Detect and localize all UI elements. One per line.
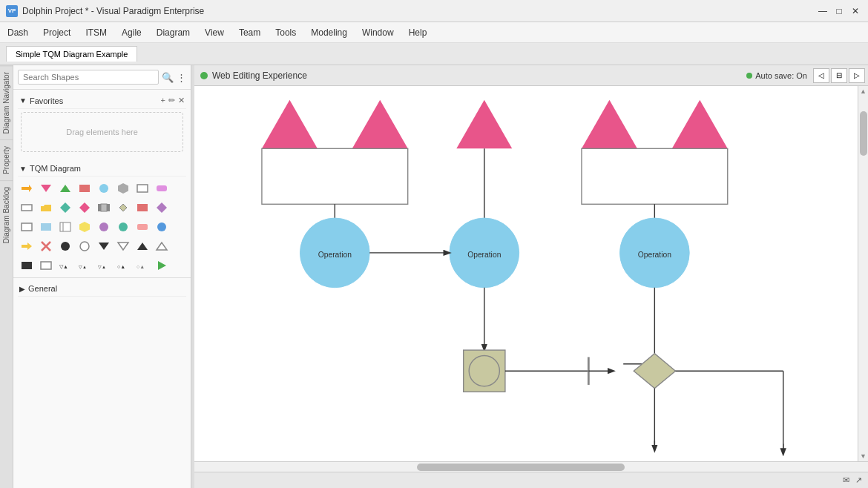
shape-black-circle[interactable]: [56, 237, 74, 255]
svg-marker-9: [60, 202, 70, 213]
sidebar-tab-backlog[interactable]: Diagram Backlog: [0, 180, 13, 249]
autosave-label: Auto save: On: [755, 71, 807, 80]
remove-favorite-icon[interactable]: ✕: [178, 96, 185, 105]
shape-light-blue-rect[interactable]: [37, 218, 55, 236]
search-input[interactable]: [18, 70, 159, 85]
general-header[interactable]: ▶ General: [18, 281, 186, 297]
shape-text3[interactable]: ▽▲: [95, 257, 113, 274]
shape-yellow-hex[interactable]: [76, 218, 93, 236]
shape-empty-rect[interactable]: [134, 179, 151, 197]
shape-empty-tri-up[interactable]: [153, 237, 171, 255]
horizontal-scroll-thumb[interactable]: [417, 464, 625, 471]
menu-view[interactable]: View: [197, 22, 231, 42]
menu-diagram[interactable]: Diagram: [149, 22, 197, 42]
vertical-scroll-thumb[interactable]: [860, 111, 867, 156]
diagram-svg: Operation Operation Operation: [194, 86, 858, 461]
shape-triangle-up[interactable]: [56, 179, 74, 197]
svg-point-22: [99, 222, 108, 231]
add-favorite-icon[interactable]: +: [161, 96, 165, 105]
svg-marker-32: [118, 243, 128, 250]
shape-purple-diamond[interactable]: [153, 199, 171, 217]
mail-icon[interactable]: ✉: [843, 475, 849, 485]
svg-rect-11: [98, 204, 101, 211]
svg-rect-19: [60, 222, 70, 231]
menu-dash[interactable]: Dash: [0, 22, 36, 42]
triangle-3: [456, 100, 512, 149]
favorites-header[interactable]: ▼ Favorites + ✏ ✕: [18, 93, 186, 109]
diagram-tab[interactable]: Simple TQM Diagram Example: [6, 46, 137, 62]
shape-purple-circle[interactable]: [95, 218, 113, 236]
minimize-button[interactable]: —: [816, 4, 829, 18]
shape-rounded-rect[interactable]: [153, 179, 171, 197]
menu-help[interactable]: Help: [401, 22, 435, 42]
general-caret-icon: ▶: [19, 285, 25, 293]
more-options-icon[interactable]: ⋮: [177, 72, 186, 83]
shape-empty-tri-down[interactable]: [114, 237, 132, 255]
shape-empty-circle[interactable]: [76, 237, 93, 255]
svg-marker-21: [79, 222, 90, 232]
shape-rect[interactable]: [76, 179, 93, 197]
menu-team[interactable]: Team: [231, 22, 268, 42]
sidebar-tab-property[interactable]: Property: [0, 139, 13, 180]
shape-lines[interactable]: [56, 218, 74, 236]
panel-tool-right[interactable]: ▷: [849, 68, 865, 83]
svg-point-25: [157, 222, 166, 231]
svg-point-30: [80, 242, 89, 251]
search-icon[interactable]: 🔍: [162, 72, 174, 83]
shape-black-rect[interactable]: [18, 257, 36, 274]
menu-project[interactable]: Project: [36, 22, 78, 42]
shape-small-diamond[interactable]: [114, 199, 132, 217]
shape-x-mark[interactable]: [37, 237, 55, 255]
svg-rect-35: [22, 262, 32, 269]
shape-black-tri-up[interactable]: [134, 237, 151, 255]
close-button[interactable]: ✕: [849, 4, 862, 18]
shape-text2[interactable]: ▽▲: [76, 257, 93, 274]
shape-proc[interactable]: [18, 199, 36, 217]
menu-modeling[interactable]: Modeling: [303, 22, 355, 42]
menu-tools[interactable]: Tools: [268, 22, 303, 42]
shape-pink-rounded[interactable]: [134, 218, 151, 236]
app-title: Dolphin Project * - Visual Paradigm Ente…: [22, 6, 816, 16]
sidebar-tab-navigator[interactable]: Diagram Navigator: [0, 65, 13, 139]
shape-teal-circle[interactable]: [114, 218, 132, 236]
shape-pink-diamond[interactable]: [76, 199, 93, 217]
horizontal-scrollbar[interactable]: [194, 461, 868, 472]
vertical-scrollbar[interactable]: ▲ ▼: [858, 86, 868, 461]
favorites-label: Favorites: [30, 96, 63, 105]
shape-white-rect2[interactable]: [37, 257, 55, 274]
shape-red-rect[interactable]: [134, 199, 151, 217]
shape-black-tri-down[interactable]: [95, 237, 113, 255]
canvas-scroll-area[interactable]: Operation Operation Operation: [194, 86, 858, 461]
menu-agile[interactable]: Agile: [114, 22, 149, 42]
panel-tool-grid[interactable]: ⊟: [831, 68, 847, 83]
svg-marker-26: [22, 243, 32, 250]
edit-favorite-icon[interactable]: ✏: [168, 96, 175, 105]
app-icon: VP: [6, 5, 18, 17]
shape-play[interactable]: [153, 257, 171, 274]
svg-text:▽▲: ▽▲: [79, 265, 87, 269]
menu-itsm[interactable]: ITSM: [78, 22, 114, 42]
diagram-tab-label[interactable]: Web Editing Experience: [212, 70, 307, 81]
panel-tool-left[interactable]: ◁: [813, 68, 829, 83]
shape-film[interactable]: [95, 199, 113, 217]
menu-window[interactable]: Window: [355, 22, 401, 42]
shape-panel-bottom: [13, 303, 191, 488]
maximize-button[interactable]: □: [832, 4, 846, 18]
triangle-1: [262, 100, 318, 149]
share-icon[interactable]: ↗: [855, 475, 862, 485]
shape-text4[interactable]: ○▲: [114, 257, 132, 274]
shape-triangle-down[interactable]: [37, 179, 55, 197]
shape-text1[interactable]: ▽▲: [56, 257, 74, 274]
shape-hex[interactable]: [114, 179, 132, 197]
shape-circle[interactable]: [95, 179, 113, 197]
shape-blue-circle2[interactable]: [153, 218, 171, 236]
shape-yellow-arrow[interactable]: [18, 237, 36, 255]
window-controls: — □ ✕: [816, 4, 862, 18]
shape-arrow[interactable]: [18, 179, 36, 197]
shape-diamond[interactable]: [56, 199, 74, 217]
shape-white-rect[interactable]: [18, 218, 36, 236]
svg-rect-7: [157, 185, 167, 191]
tqm-header[interactable]: ▼ TQM Diagram: [18, 161, 186, 177]
shape-folder[interactable]: [37, 199, 55, 217]
shape-text5[interactable]: ○▲: [134, 257, 151, 274]
